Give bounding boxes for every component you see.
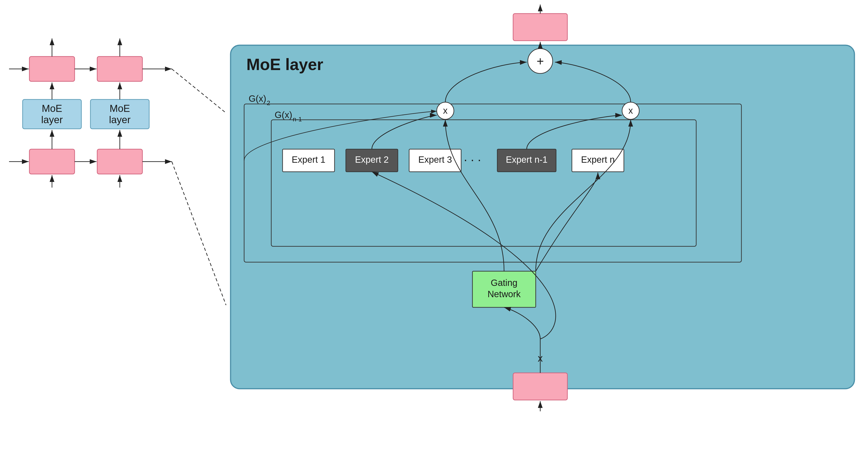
expert-3-label: Expert 3 [418, 155, 452, 164]
moe-layer-bg [230, 45, 855, 389]
expert-1-label: Expert 1 [292, 155, 326, 164]
gating-label-1: Gating [491, 278, 518, 288]
multiply-symbol-1: x [443, 105, 447, 116]
diagram-container: MoE layer MoE layer [0, 0, 868, 459]
multiply-symbol-2: x [628, 105, 633, 116]
left-moe-2-label: MoE [110, 103, 130, 114]
svg-line-16 [172, 69, 226, 113]
left-moe-1-label: MoE [42, 103, 62, 114]
gxn1-label: G(x) [275, 110, 292, 120]
gxn1-subscript: n-1 [293, 116, 302, 123]
left-moe-2-label2: layer [109, 114, 130, 125]
expert-2-label: Expert 2 [355, 155, 389, 164]
gating-label-2: Network [488, 289, 521, 299]
moe-output-box [513, 13, 567, 41]
expert-n-label: Expert n [581, 155, 615, 164]
moe-layer-title: MoE layer [246, 55, 323, 73]
left-bot-pink-1 [29, 149, 74, 174]
gx2-label: G(x) [249, 94, 266, 103]
left-top-pink-1 [29, 57, 74, 81]
svg-line-17 [172, 161, 226, 305]
dots-label: · · · [464, 153, 481, 166]
left-top-pink-2 [97, 57, 143, 81]
left-moe-1-label2: layer [41, 114, 63, 125]
expert-n1-label: Expert n-1 [506, 155, 548, 164]
left-bot-pink-2 [97, 149, 143, 174]
plus-symbol: + [537, 54, 544, 68]
moe-input-box [513, 373, 567, 400]
gx2-subscript: 2 [267, 99, 270, 106]
